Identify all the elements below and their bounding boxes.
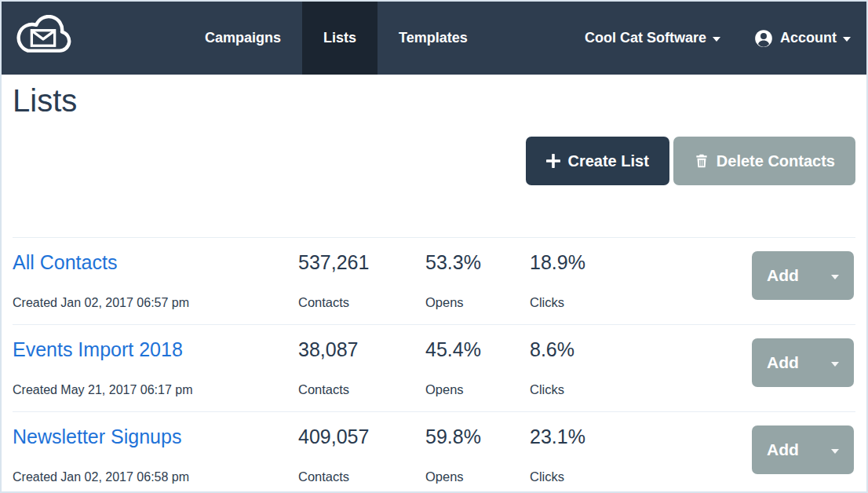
cloud-mail-icon bbox=[11, 15, 75, 62]
primary-nav: Campaigns Lists Templates bbox=[184, 2, 489, 75]
list-name-link[interactable]: All Contacts bbox=[13, 251, 298, 273]
clicks-value: 18.9% bbox=[530, 251, 752, 273]
list-created-date: Created Jan 02, 2017 06:57 pm bbox=[13, 295, 298, 310]
clicks-label: Clicks bbox=[530, 382, 752, 397]
clicks-stat: 8.6% Clicks bbox=[530, 325, 752, 411]
chevron-down-icon bbox=[713, 37, 720, 42]
top-navbar: Campaigns Lists Templates Cool Cat Softw… bbox=[2, 2, 866, 75]
list-row: Events Import 2018 Created May 21, 2017 … bbox=[13, 324, 855, 411]
add-dropdown-button[interactable]: Add bbox=[752, 251, 854, 300]
list-name-cell: Newsletter Signups Created Jan 02, 2017 … bbox=[13, 412, 298, 493]
row-actions: Add bbox=[752, 325, 855, 411]
list-name-cell: All Contacts Created Jan 02, 2017 06:57 … bbox=[13, 238, 298, 324]
chevron-down-icon bbox=[831, 362, 839, 367]
create-list-label: Create List bbox=[567, 152, 648, 170]
list-name-link[interactable]: Events Import 2018 bbox=[13, 338, 298, 360]
add-button-label: Add bbox=[767, 440, 799, 459]
chevron-down-icon bbox=[843, 37, 851, 42]
opens-value: 59.8% bbox=[425, 425, 530, 447]
list-row: All Contacts Created Jan 02, 2017 06:57 … bbox=[13, 237, 855, 324]
opens-value: 53.3% bbox=[425, 251, 530, 273]
trash-icon bbox=[694, 153, 709, 169]
opens-label: Opens bbox=[425, 469, 530, 484]
nav-item-lists[interactable]: Lists bbox=[302, 2, 377, 75]
contacts-stat: 409,057 Contacts bbox=[298, 412, 425, 493]
add-button-label: Add bbox=[767, 266, 799, 285]
opens-stat: 59.8% Opens bbox=[425, 412, 530, 493]
contacts-label: Contacts bbox=[298, 382, 425, 397]
clicks-value: 23.1% bbox=[530, 425, 752, 447]
contacts-label: Contacts bbox=[298, 469, 425, 484]
list-name-link[interactable]: Newsletter Signups bbox=[13, 425, 298, 447]
account-dropdown-label: Account bbox=[780, 30, 837, 46]
plus-icon bbox=[546, 154, 560, 168]
contacts-label: Contacts bbox=[298, 295, 425, 310]
contacts-value: 38,087 bbox=[298, 338, 425, 360]
contacts-stat: 537,261 Contacts bbox=[298, 238, 425, 324]
add-dropdown-button[interactable]: Add bbox=[752, 425, 854, 474]
clicks-value: 8.6% bbox=[530, 338, 752, 360]
contacts-stat: 38,087 Contacts bbox=[298, 325, 425, 411]
opens-stat: 45.4% Opens bbox=[425, 325, 530, 411]
toolbar: Create List Delete Contacts bbox=[13, 137, 855, 185]
delete-contacts-button[interactable]: Delete Contacts bbox=[673, 137, 855, 185]
opens-stat: 53.3% Opens bbox=[425, 238, 530, 324]
contacts-value: 537,261 bbox=[298, 251, 425, 273]
lists-table: All Contacts Created Jan 02, 2017 06:57 … bbox=[13, 237, 855, 493]
clicks-stat: 23.1% Clicks bbox=[530, 412, 752, 493]
list-created-date: Created Jan 02, 2017 06:58 pm bbox=[13, 469, 298, 484]
chevron-down-icon bbox=[831, 275, 839, 279]
list-row: Newsletter Signups Created Jan 02, 2017 … bbox=[13, 411, 855, 493]
opens-label: Opens bbox=[425, 382, 530, 397]
app-logo[interactable] bbox=[11, 15, 75, 62]
nav-item-templates[interactable]: Templates bbox=[377, 2, 489, 75]
nav-item-campaigns[interactable]: Campaigns bbox=[184, 2, 302, 75]
main-content: Lists Create List Delete Contacts bbox=[2, 82, 866, 493]
add-dropdown-button[interactable]: Add bbox=[752, 338, 854, 387]
opens-label: Opens bbox=[425, 295, 530, 310]
clicks-label: Clicks bbox=[530, 295, 752, 310]
add-button-label: Add bbox=[767, 353, 799, 372]
list-name-cell: Events Import 2018 Created May 21, 2017 … bbox=[13, 325, 298, 411]
user-circle-icon bbox=[753, 28, 774, 49]
org-dropdown[interactable]: Cool Cat Software bbox=[585, 2, 720, 75]
row-actions: Add bbox=[752, 238, 855, 324]
contacts-value: 409,057 bbox=[298, 425, 425, 447]
clicks-label: Clicks bbox=[530, 469, 752, 484]
list-created-date: Created May 21, 2017 06:17 pm bbox=[13, 382, 298, 397]
account-dropdown[interactable]: Account bbox=[753, 2, 851, 75]
opens-value: 45.4% bbox=[425, 338, 530, 360]
navbar-spacer bbox=[489, 2, 585, 75]
clicks-stat: 18.9% Clicks bbox=[530, 238, 752, 324]
delete-contacts-label: Delete Contacts bbox=[717, 152, 835, 170]
chevron-down-icon bbox=[831, 449, 839, 454]
page-title: Lists bbox=[13, 82, 855, 119]
org-dropdown-label: Cool Cat Software bbox=[585, 30, 706, 46]
create-list-button[interactable]: Create List bbox=[526, 137, 669, 185]
row-actions: Add bbox=[752, 412, 855, 493]
